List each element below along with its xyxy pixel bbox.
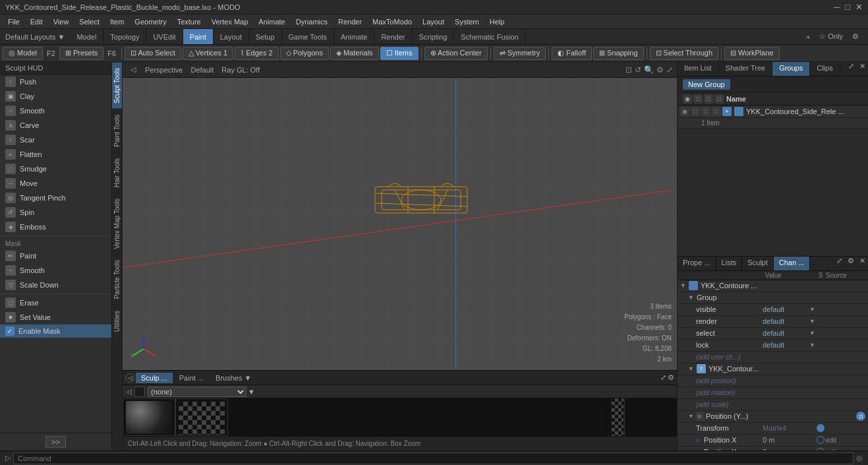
viewport-back-arrow[interactable]: ◁ <box>125 373 134 383</box>
brush-large-preview[interactable] <box>624 398 677 436</box>
group-item-row[interactable]: ◉ □ □ □ + YKK_Contoured_Side_Rele ... <box>678 106 868 118</box>
maximize-button[interactable]: □ <box>845 2 850 12</box>
tool-spin[interactable]: ↺ Spin <box>0 205 111 220</box>
edges-button[interactable]: ⌇ Edges 2 <box>235 47 278 60</box>
menu-dynamics[interactable]: Dynamics <box>291 16 333 27</box>
render-dropdown[interactable]: ▼ <box>809 318 815 325</box>
chan-close-icon[interactable]: ✕ <box>857 257 868 270</box>
transform-expand[interactable]: ▼ <box>688 365 694 372</box>
pos-x-edit[interactable]: edit <box>826 437 836 444</box>
tool-smooth-mask[interactable]: ~ Smooth <box>0 263 111 278</box>
tool-clay[interactable]: ▣ Clay <box>0 89 111 104</box>
pos-y-link[interactable] <box>817 448 825 450</box>
tool-emboss[interactable]: ◈ Emboss <box>0 220 111 234</box>
expand-bottom-icon[interactable]: ⤢ <box>660 373 666 382</box>
select-through-button[interactable]: ⊡ Select Through <box>650 47 718 60</box>
tool-tangent-pinch[interactable]: ◎ Tangent Pinch <box>0 191 111 205</box>
tab-brushes[interactable]: Brushes ▼ <box>210 373 256 383</box>
tab-groups[interactable]: Groups <box>772 62 810 76</box>
items-button[interactable]: ☐ Items <box>380 47 419 60</box>
side-tab-vertex-map-tools[interactable]: Vertex Map Tools <box>112 193 122 255</box>
enable-mask-checkbox[interactable]: ✓ <box>5 326 14 336</box>
tab-model[interactable]: Model <box>70 29 103 44</box>
side-tab-hair-tools[interactable]: Hair Tools <box>112 152 122 193</box>
menu-system[interactable]: System <box>449 16 484 27</box>
tab-render[interactable]: Render <box>374 29 412 44</box>
tool-carve[interactable]: ∧ Carve <box>0 118 111 133</box>
menu-vertex-map[interactable]: Vertex Map <box>206 16 254 27</box>
tool-enable-mask[interactable]: ✓ Enable Mask <box>0 325 111 338</box>
command-exec-icon[interactable]: ◎ <box>856 454 863 462</box>
falloff-button[interactable]: ◐ Falloff <box>552 47 592 60</box>
menu-select[interactable]: Select <box>74 16 105 27</box>
tool-smudge[interactable]: ◌ Smudge <box>0 162 111 176</box>
chan-render-row[interactable]: render default ▼ <box>678 316 868 328</box>
menu-texture[interactable]: Texture <box>172 16 206 27</box>
tab-clips[interactable]: Clips <box>810 62 840 76</box>
select-dropdown[interactable]: ▼ <box>809 330 815 336</box>
chan-transform-row[interactable]: Transform Matrix4 <box>678 423 868 435</box>
tab-setup[interactable]: Setup <box>249 29 282 44</box>
position-link-circle[interactable]: ⊡ <box>856 412 865 421</box>
menu-render[interactable]: Render <box>333 16 367 27</box>
tool-set-value[interactable]: ■ Set Value <box>0 310 111 325</box>
preset-select[interactable]: (none) <box>148 387 246 397</box>
menu-edit[interactable]: Edit <box>25 16 48 27</box>
chan-lock-row[interactable]: lock default ▼ <box>678 340 868 352</box>
chan-position-y-row[interactable]: ○ Position Y 0 m edit <box>678 447 868 451</box>
viewport-maximize-icon[interactable]: ⊡ <box>625 65 632 75</box>
vertices-button[interactable]: △ Vertices 1 <box>183 47 233 60</box>
chan-tab-sculpt[interactable]: Sculpt <box>742 257 774 270</box>
panel-expand-icon[interactable]: ⤢ <box>846 62 857 76</box>
tab-item-list[interactable]: Item List <box>678 62 719 76</box>
tool-scale-down[interactable]: ▽ Scale Down <box>0 278 111 292</box>
brush-preview-2[interactable] <box>175 398 228 436</box>
chan-settings-icon[interactable]: ⚙ <box>845 257 857 270</box>
chan-expand-icon[interactable]: ⤢ <box>834 257 845 270</box>
close-button[interactable]: ✕ <box>855 2 863 12</box>
viewport-zoom-icon[interactable]: 🔍 <box>644 65 654 75</box>
tab-shader-tree[interactable]: Shader Tree <box>719 62 773 76</box>
viewport-rotate-icon[interactable]: ↺ <box>635 65 641 75</box>
item-render-icon[interactable]: □ <box>691 107 700 116</box>
chan-transform-group[interactable]: ▼ T YKK_Contour... <box>678 363 868 375</box>
tool-smooth[interactable]: ~ Smooth <box>0 104 111 118</box>
tool-scar[interactable]: / Scar <box>0 133 111 147</box>
pos-y-edit[interactable]: edit <box>826 449 836 450</box>
side-tab-paint-tools[interactable]: Paint Tools <box>112 109 122 152</box>
materials-button[interactable]: ◈ Materials <box>330 47 379 60</box>
model-mode-button[interactable]: ◎ Model <box>3 47 43 60</box>
chan-tab-chan[interactable]: Chan ... <box>774 257 811 270</box>
item-icon-4[interactable]: □ <box>712 107 721 116</box>
pos-x-link[interactable] <box>817 436 825 444</box>
menu-maxtomode[interactable]: MaxToModo <box>367 16 417 27</box>
item-lock-icon[interactable]: □ <box>701 107 710 116</box>
brush-preview-1[interactable] <box>123 398 175 436</box>
panel-close-icon[interactable]: ✕ <box>857 62 868 76</box>
root-expand-arrow[interactable]: ▼ <box>680 282 686 289</box>
new-group-button[interactable]: New Group <box>683 79 730 90</box>
tool-paint[interactable]: ✏ Paint <box>0 249 111 263</box>
chan-group-row[interactable]: ▼ Group <box>678 292 868 304</box>
tab-scripting[interactable]: Scripting <box>412 29 454 44</box>
chan-position-x-row[interactable]: ○ Position X 0 m edit <box>678 435 868 447</box>
menu-item[interactable]: Item <box>105 16 129 27</box>
tool-push[interactable]: ↑ Push <box>0 75 111 89</box>
settings-bottom-icon[interactable]: ⚙ <box>668 373 674 382</box>
chan-position-group[interactable]: ▼ ⊞ Position (Y...) ⊡ <box>678 411 868 423</box>
add-layout-button[interactable]: + <box>802 32 814 42</box>
minimize-button[interactable]: ─ <box>834 2 840 12</box>
tab-animate[interactable]: Animate <box>334 29 374 44</box>
tab-layout[interactable]: Layout <box>214 29 249 44</box>
side-tab-sculpt-tools[interactable]: Sculpt Tools <box>112 62 122 109</box>
side-tab-particle-tools[interactable]: Particle Tools <box>112 254 122 304</box>
expand-panel-button[interactable]: >> <box>45 436 66 448</box>
auto-select-button[interactable]: ⊡ Auto Select <box>125 47 181 60</box>
viewport-settings-icon[interactable]: ⚙ <box>656 65 664 75</box>
workplane-button[interactable]: ⊟ WorkPlane <box>724 47 780 60</box>
symmetry-button[interactable]: ⇌ Symmetry <box>494 47 546 60</box>
menu-layout[interactable]: Layout <box>417 16 449 27</box>
settings-button[interactable]: ⚙ <box>848 31 863 42</box>
tab-paint[interactable]: Paint ... <box>174 373 209 383</box>
tab-game-tools[interactable]: Game Tools <box>282 29 335 44</box>
